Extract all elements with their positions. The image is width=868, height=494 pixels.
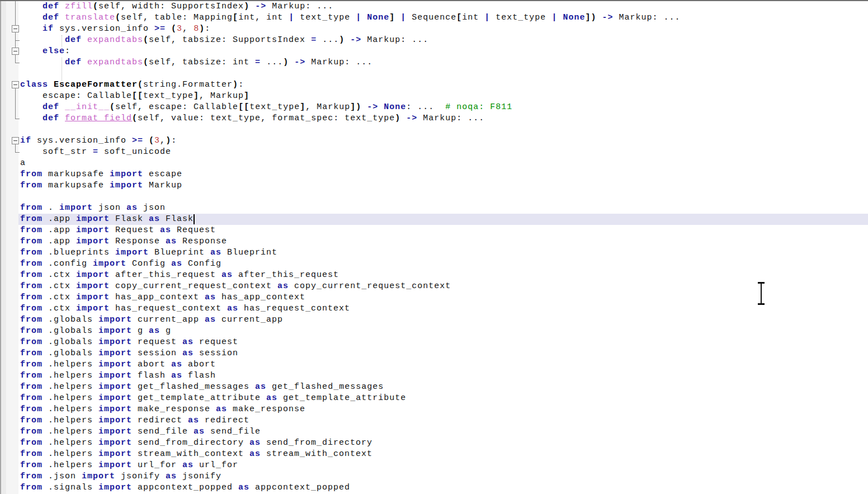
code-line[interactable]: from .helpers import redirect as redirec…: [0, 415, 868, 426]
code-line[interactable]: from .app import Request as Request: [0, 225, 868, 236]
ibeam-cursor: [757, 282, 765, 305]
code-line[interactable]: if sys.version_info >= (3,):: [0, 135, 868, 147]
fold-gutter-cell: [0, 415, 18, 426]
code-line[interactable]: escape: Callable[[text_type], Markup]: [0, 91, 868, 102]
code-text: from markupsafe import Markup: [18, 180, 868, 191]
fold-gutter-cell: [0, 292, 18, 303]
code-line[interactable]: from .helpers import send_from_directory…: [0, 437, 868, 449]
code-line[interactable]: from .helpers import url_for as url_for: [0, 460, 868, 471]
code-text: from .helpers import redirect as redirec…: [18, 415, 868, 426]
code-text: from .config import Config as Config: [18, 258, 868, 270]
fold-gutter-cell[interactable]: [0, 79, 18, 91]
code-line[interactable]: if sys.version_info >= (3, 8):: [0, 23, 868, 35]
code-line[interactable]: from markupsafe import Markup: [0, 180, 868, 191]
code-line[interactable]: from .helpers import make_response as ma…: [0, 404, 868, 415]
code-line[interactable]: def expandtabs(self, tabsize: int = ...)…: [0, 57, 868, 68]
code-text: from . import json as json: [18, 203, 868, 214]
fold-gutter-cell: [0, 393, 18, 404]
code-line[interactable]: from .helpers import send_file as send_f…: [0, 426, 868, 437]
code-editor[interactable]: def zfill(self, width: SupportsIndex) ->…: [0, 0, 868, 494]
fold-gutter-cell: [0, 281, 18, 292]
code-line[interactable]: def __init__(self, escape: Callable[[tex…: [0, 102, 868, 113]
code-line[interactable]: from .helpers import abort as abort: [0, 359, 868, 370]
code-line[interactable]: class EscapeFormatter(string.Formatter):: [0, 79, 868, 91]
code-text: [18, 124, 868, 135]
fold-gutter-cell: [0, 214, 18, 225]
code-text: escape: Callable[[text_type], Markup]: [18, 91, 868, 102]
code-text: from .helpers import url_for as url_for: [18, 460, 868, 471]
fold-gutter-cell: [0, 68, 18, 79]
code-text: from .helpers import stream_with_context…: [18, 449, 868, 460]
fold-gutter-cell[interactable]: [0, 46, 18, 57]
code-text: def zfill(self, width: SupportsIndex) ->…: [18, 1, 868, 12]
code-text: from .helpers import get_flashed_message…: [18, 382, 868, 393]
code-text: a: [18, 158, 868, 169]
fold-gutter-cell: [0, 180, 18, 191]
fold-gutter-cell: [0, 303, 18, 314]
fold-gutter-cell: [0, 91, 18, 102]
fold-gutter-cell: [0, 102, 18, 113]
code-line[interactable]: soft_str = soft_unicode: [0, 147, 868, 158]
code-line[interactable]: from .json import jsonify as jsonify: [0, 471, 868, 482]
code-line[interactable]: from .app import Flask as Flask: [0, 214, 868, 225]
code-text: from .app import Request as Request: [18, 225, 868, 236]
code-line[interactable]: from .ctx import after_this_request as a…: [0, 270, 868, 281]
code-text: from .helpers import get_template_attrib…: [18, 393, 868, 404]
fold-gutter-cell: [0, 359, 18, 370]
fold-gutter-cell: [0, 124, 18, 135]
code-line[interactable]: from . import json as json: [0, 203, 868, 214]
code-line[interactable]: from .app import Response as Response: [0, 236, 868, 247]
code-text: from .ctx import has_app_context as has_…: [18, 292, 868, 303]
fold-gutter-cell: [0, 426, 18, 437]
code-text: from .helpers import send_file as send_f…: [18, 426, 868, 437]
fold-gutter-cell: [0, 258, 18, 270]
fold-gutter-cell[interactable]: [0, 135, 18, 147]
code-text: from markupsafe import escape: [18, 169, 868, 180]
fold-gutter-cell: [0, 191, 18, 203]
code-line[interactable]: from .globals import session as session: [0, 348, 868, 359]
code-line[interactable]: def expandtabs(self, tabsize: SupportsIn…: [0, 35, 868, 46]
fold-gutter-cell: [0, 449, 18, 460]
fold-gutter-cell: [0, 270, 18, 281]
code-line[interactable]: from .helpers import flash as flash: [0, 370, 868, 382]
code-text: soft_str = soft_unicode: [18, 147, 868, 158]
code-line[interactable]: [0, 124, 868, 135]
code-line[interactable]: else:: [0, 46, 868, 57]
fold-gutter-cell: [0, 12, 18, 23]
code-line[interactable]: from .helpers import get_flashed_message…: [0, 382, 868, 393]
code-text: from .ctx import copy_current_request_co…: [18, 281, 868, 292]
code-line[interactable]: from .helpers import get_template_attrib…: [0, 393, 868, 404]
code-lines: def zfill(self, width: SupportsIndex) ->…: [0, 1, 868, 493]
code-line[interactable]: from .ctx import copy_current_request_co…: [0, 281, 868, 292]
code-line[interactable]: from .ctx import has_app_context as has_…: [0, 292, 868, 303]
code-line[interactable]: from markupsafe import escape: [0, 169, 868, 180]
code-line[interactable]: from .globals import current_app as curr…: [0, 314, 868, 326]
code-line[interactable]: from .config import Config as Config: [0, 258, 868, 270]
code-line[interactable]: from .signals import appcontext_popped a…: [0, 482, 868, 493]
fold-gutter-cell: [0, 225, 18, 236]
code-line[interactable]: from .blueprints import Blueprint as Blu…: [0, 247, 868, 258]
code-line[interactable]: [0, 68, 868, 79]
code-text: def format_field(self, value: text_type,…: [18, 113, 868, 124]
code-line[interactable]: [0, 191, 868, 203]
fold-gutter-cell: [0, 158, 18, 169]
text-caret: [194, 214, 195, 224]
code-line[interactable]: def format_field(self, value: text_type,…: [0, 113, 868, 124]
code-line[interactable]: from .ctx import has_request_context as …: [0, 303, 868, 314]
fold-gutter-cell: [0, 460, 18, 471]
fold-gutter-cell: [0, 247, 18, 258]
window-top-border: [0, 0, 868, 1]
fold-gutter-cell: [0, 35, 18, 46]
fold-gutter-cell: [0, 382, 18, 393]
code-text: else:: [18, 46, 868, 57]
code-line[interactable]: def translate(self, table: Mapping[int, …: [0, 12, 868, 23]
code-line[interactable]: a: [0, 158, 868, 169]
code-line[interactable]: from .globals import g as g: [0, 326, 868, 337]
fold-gutter-cell: [0, 337, 18, 348]
code-line[interactable]: from .helpers import stream_with_context…: [0, 449, 868, 460]
code-line[interactable]: from .globals import request as request: [0, 337, 868, 348]
fold-gutter-cell: [0, 437, 18, 449]
fold-gutter-cell[interactable]: [0, 23, 18, 35]
code-text: from .helpers import send_from_directory…: [18, 437, 868, 449]
code-line[interactable]: def zfill(self, width: SupportsIndex) ->…: [0, 1, 868, 12]
